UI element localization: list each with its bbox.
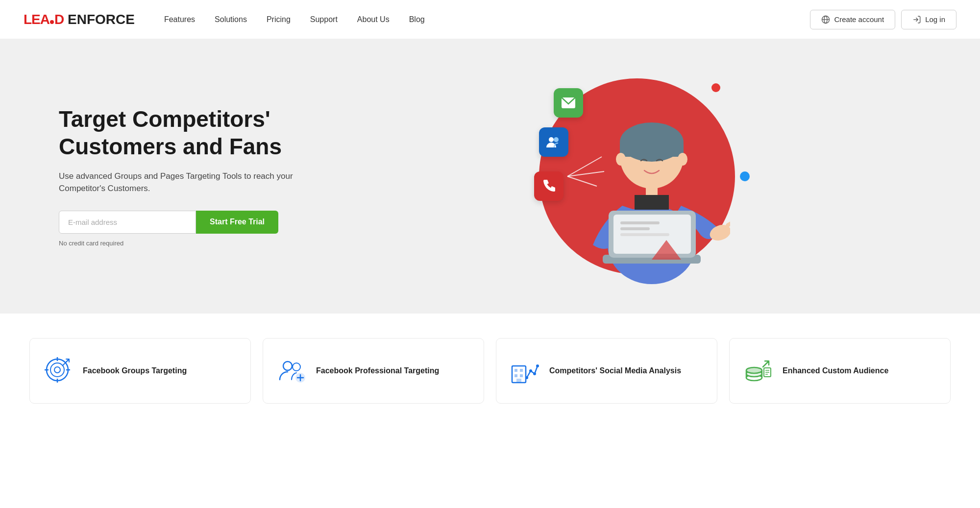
svg-point-47 bbox=[529, 369, 532, 372]
svg-rect-43 bbox=[514, 374, 517, 377]
fb-groups-title: Facebook Groups Targeting bbox=[83, 365, 187, 376]
hero-form: Start Free Trial bbox=[59, 211, 314, 234]
svg-point-36 bbox=[293, 363, 300, 371]
social-analysis-icon bbox=[510, 356, 539, 386]
blue-dot-decoration bbox=[740, 171, 750, 181]
email-float-icon bbox=[554, 88, 583, 118]
features-section: Facebook Groups Targeting Facebook Profe… bbox=[0, 314, 980, 428]
nav-pricing[interactable]: Pricing bbox=[267, 15, 291, 24]
globe-icon bbox=[821, 15, 830, 24]
svg-point-56 bbox=[746, 367, 762, 373]
nav-support[interactable]: Support bbox=[310, 15, 338, 24]
feature-card-custom-audience: Enhanced Custom Audience bbox=[729, 338, 951, 404]
svg-rect-24 bbox=[620, 227, 650, 230]
login-button[interactable]: Log in bbox=[901, 10, 956, 29]
svg-rect-23 bbox=[620, 221, 660, 224]
fb-professional-icon bbox=[277, 356, 306, 386]
svg-rect-44 bbox=[520, 374, 523, 377]
social-analysis-title: Competitors' Social Media Analysis bbox=[549, 365, 681, 376]
logo-enforce: ENFORCE bbox=[64, 12, 135, 27]
feature-card-social-analysis: Competitors' Social Media Analysis bbox=[496, 338, 717, 404]
nav-solutions[interactable]: Solutions bbox=[215, 15, 247, 24]
svg-point-35 bbox=[283, 362, 292, 370]
hero-visual bbox=[314, 69, 941, 284]
people-float-icon bbox=[539, 127, 568, 157]
fb-professional-title: Facebook Professional Targeting bbox=[316, 365, 439, 376]
nav-actions: Create account Log in bbox=[810, 10, 956, 29]
navbar: LEAD ENFORCE Features Solutions Pricing … bbox=[0, 0, 980, 39]
svg-point-48 bbox=[533, 372, 536, 375]
svg-point-46 bbox=[525, 376, 528, 379]
start-trial-button[interactable]: Start Free Trial bbox=[196, 211, 278, 234]
svg-rect-17 bbox=[635, 195, 669, 210]
svg-point-49 bbox=[536, 364, 539, 367]
svg-rect-45 bbox=[516, 379, 521, 383]
nav-features[interactable]: Features bbox=[164, 15, 195, 24]
svg-point-29 bbox=[54, 367, 60, 373]
svg-rect-13 bbox=[620, 142, 684, 157]
svg-rect-42 bbox=[520, 369, 523, 372]
create-account-label: Create account bbox=[834, 15, 884, 24]
svg-rect-25 bbox=[620, 233, 669, 236]
red-dot-decoration bbox=[711, 83, 720, 92]
create-account-button[interactable]: Create account bbox=[810, 10, 895, 29]
hero-content: Target Competitors' Customers and Fans U… bbox=[59, 106, 314, 246]
features-grid: Facebook Groups Targeting Facebook Profe… bbox=[29, 338, 951, 404]
feature-card-fb-groups: Facebook Groups Targeting bbox=[29, 338, 251, 404]
hero-subtitle: Use advanced Groups and Pages Targeting … bbox=[59, 170, 314, 195]
nav-blog[interactable]: Blog bbox=[409, 15, 425, 24]
hero-title: Target Competitors' Customers and Fans bbox=[59, 106, 314, 160]
logo[interactable]: LEAD ENFORCE bbox=[24, 12, 135, 27]
feature-card-fb-professional: Facebook Professional Targeting bbox=[263, 338, 484, 404]
fb-groups-icon bbox=[44, 356, 73, 386]
hero-section: Target Competitors' Customers and Fans U… bbox=[0, 39, 980, 314]
login-label: Log in bbox=[925, 15, 945, 24]
svg-point-27 bbox=[47, 359, 68, 381]
nav-about[interactable]: About Us bbox=[357, 15, 390, 24]
login-icon bbox=[912, 15, 921, 24]
phone-float-icon bbox=[534, 171, 564, 201]
svg-point-5 bbox=[549, 137, 554, 142]
no-credit-note: No credit card required bbox=[59, 240, 314, 247]
custom-audience-title: Enhanced Custom Audience bbox=[783, 365, 888, 376]
logo-lead: LEAD bbox=[24, 12, 64, 27]
svg-point-28 bbox=[50, 363, 64, 377]
svg-rect-41 bbox=[514, 369, 517, 372]
nav-links: Features Solutions Pricing Support About… bbox=[164, 15, 810, 24]
custom-audience-icon bbox=[743, 356, 773, 386]
svg-point-15 bbox=[678, 153, 687, 166]
svg-point-14 bbox=[616, 153, 626, 166]
email-input[interactable] bbox=[59, 211, 196, 234]
svg-point-6 bbox=[554, 137, 559, 142]
